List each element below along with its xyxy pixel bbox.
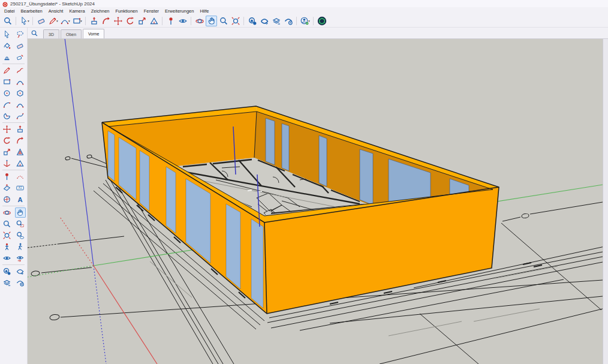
sidebar-geolocation-tool-button[interactable] xyxy=(2,194,13,204)
select-tool-button[interactable]: ▾ xyxy=(19,16,30,26)
sidebar-zoom-window-tool-button[interactable] xyxy=(15,219,26,229)
sidebar-look-around-alt-tool-button[interactable] xyxy=(15,253,26,263)
warehouse-share-icon xyxy=(16,267,25,276)
zoom-extents-tool-button[interactable] xyxy=(230,16,241,26)
sidebar-row xyxy=(0,146,27,158)
chevron-down-icon[interactable]: ▾ xyxy=(56,19,58,23)
scale-tool-button[interactable] xyxy=(136,16,148,26)
eraser-tool-button[interactable] xyxy=(35,16,47,26)
sidebar-zoom-extents-tool-button[interactable] xyxy=(2,230,13,240)
chevron-down-icon[interactable]: ▾ xyxy=(68,19,70,23)
toolbar-separator xyxy=(191,17,191,25)
sidebar-circle-tool-button[interactable] xyxy=(2,88,13,98)
sidebar-protractor-tool-button[interactable] xyxy=(15,158,26,169)
pan-icon xyxy=(207,16,216,26)
menu-item-kamera[interactable]: Kamera xyxy=(66,8,88,14)
sidebar-row xyxy=(0,252,27,264)
extension-warehouse-button[interactable] xyxy=(282,16,294,26)
menu-item-bearbeiten[interactable]: Bearbeiten xyxy=(18,8,46,14)
scale-icon xyxy=(137,16,147,26)
move-tool-button[interactable] xyxy=(112,16,124,26)
sidebar-followme-tool-button[interactable] xyxy=(15,136,26,146)
rotate-tool-button[interactable] xyxy=(124,16,136,26)
sidebar-scale-tool-button[interactable] xyxy=(2,147,13,157)
sidebar-row xyxy=(0,135,27,146)
sidebar-zoom-photo-tool-button[interactable] xyxy=(15,230,26,240)
scene-tab-3d[interactable]: 3D xyxy=(43,29,59,38)
sidebar-move-tool-button[interactable] xyxy=(2,124,13,134)
sidebar-rotate-tool-button[interactable] xyxy=(2,136,13,146)
component-exchange-button[interactable] xyxy=(270,16,282,26)
sidebar-look-around-tool-button[interactable] xyxy=(2,253,13,263)
sidebar-two-point-arc-tool-button[interactable] xyxy=(2,100,13,110)
pan-tool-button[interactable] xyxy=(206,16,217,26)
zoom-extents-icon xyxy=(2,231,11,240)
scene-tab-oben[interactable]: Oben xyxy=(61,29,82,38)
protractor-tool-button[interactable] xyxy=(148,16,159,26)
arc-tool-button[interactable]: ▾ xyxy=(59,16,71,26)
scene-tab-vorne[interactable]: Vorne xyxy=(83,29,104,38)
magnifier-icon xyxy=(31,29,38,37)
sidebar-line-tool-button[interactable] xyxy=(2,65,13,76)
sidebar-zoom-tool-button[interactable] xyxy=(2,219,13,229)
sidebar-polygon-tool-button[interactable] xyxy=(15,88,26,98)
sidebar-position-camera-tool-button[interactable] xyxy=(2,242,13,252)
warehouse-share-icon xyxy=(260,16,269,26)
sidebar-orbit-tool-button[interactable] xyxy=(2,207,13,218)
chevron-down-icon[interactable]: ▾ xyxy=(308,19,310,23)
rectangle-tool-button[interactable]: ▾ xyxy=(71,16,83,26)
circle-icon xyxy=(2,89,11,98)
chevron-down-icon[interactable]: ▾ xyxy=(28,19,29,23)
menu-item-datei[interactable]: Datei xyxy=(1,8,18,14)
sidebar-pushpull-tool-button[interactable] xyxy=(15,124,26,134)
sidebar-dimension-tool-button[interactable] xyxy=(15,172,26,182)
share-model-button[interactable] xyxy=(258,16,270,26)
menu-item-ansicht[interactable]: Ansicht xyxy=(46,8,67,14)
sidebar-section-plane-tool-button[interactable] xyxy=(2,183,13,193)
menu-item-zeichnen[interactable]: Zeichnen xyxy=(88,8,113,14)
sidebar-tape-measure-tool-button[interactable] xyxy=(2,172,13,182)
sidebar-soften-eraser-tool-button[interactable] xyxy=(15,52,26,62)
followme-tool-button[interactable] xyxy=(100,16,112,26)
sidebar-pie-tool-button[interactable] xyxy=(2,111,13,121)
menu-item-fenster[interactable]: Fenster xyxy=(141,8,162,14)
sidebar-lasso-tool-button[interactable] xyxy=(15,29,26,40)
sketchup-launch-button[interactable] xyxy=(316,16,327,26)
sidebar-text-label-tool-button[interactable]: A1 xyxy=(15,183,26,193)
line-tool-button[interactable]: ▾ xyxy=(47,16,59,26)
toolbar-separator xyxy=(243,17,244,25)
sidebar-rectangle-tool-button[interactable] xyxy=(2,77,13,87)
account-button[interactable]: ▾ xyxy=(299,16,311,26)
menu-item-hilfe[interactable]: Hilfe xyxy=(197,8,212,14)
sidebar-3d-warehouse-button[interactable] xyxy=(2,266,13,276)
sidebar-walk-tool-button[interactable] xyxy=(15,242,26,252)
zoom-tool-button[interactable] xyxy=(2,16,13,26)
sidebar-3d-text-tool-button[interactable]: A xyxy=(15,194,26,204)
menu-item-erweiterungen[interactable]: Erweiterungen xyxy=(162,8,197,14)
sidebar-offset-tool-button[interactable] xyxy=(15,147,26,157)
zoom-camera-tool-button[interactable] xyxy=(218,16,229,26)
sidebar-axes-tool-button[interactable] xyxy=(2,158,13,169)
sidebar-component-exchange-button[interactable] xyxy=(2,278,13,288)
sidebar-paint-bucket-tool-button[interactable] xyxy=(2,41,13,51)
look-around-tool-button[interactable] xyxy=(177,16,188,26)
3d-warehouse-button[interactable] xyxy=(246,16,258,26)
sidebar-freehand-tool-button[interactable] xyxy=(15,65,26,76)
sidebar-share-model-button[interactable] xyxy=(15,266,26,276)
sidebar-bezier-tool-button[interactable] xyxy=(15,111,26,121)
sidebar-eraser-tool-button[interactable] xyxy=(15,41,26,51)
sidebar-divider xyxy=(2,170,25,170)
sidebar-stamp-tool-button[interactable] xyxy=(2,52,13,62)
menu-item-funktionen[interactable]: Funktionen xyxy=(113,8,141,14)
chevron-down-icon[interactable]: ▾ xyxy=(80,19,82,23)
pushpull-tool-button[interactable] xyxy=(88,16,100,26)
sidebar-extension-warehouse-button[interactable] xyxy=(15,278,26,288)
sidebar-pan-tool-button[interactable] xyxy=(15,207,26,218)
orbit-tool-button[interactable] xyxy=(194,16,205,26)
sidebar-three-point-arc-tool-button[interactable] xyxy=(15,100,26,110)
main-toolbar: ▾▾▾▾▾ xyxy=(0,15,608,28)
sidebar-select-tool-button[interactable] xyxy=(2,29,13,40)
sidebar-arc-tool-button[interactable] xyxy=(15,77,26,87)
3d-viewport[interactable] xyxy=(28,39,603,364)
tape-measure-tool-button[interactable] xyxy=(165,16,176,26)
